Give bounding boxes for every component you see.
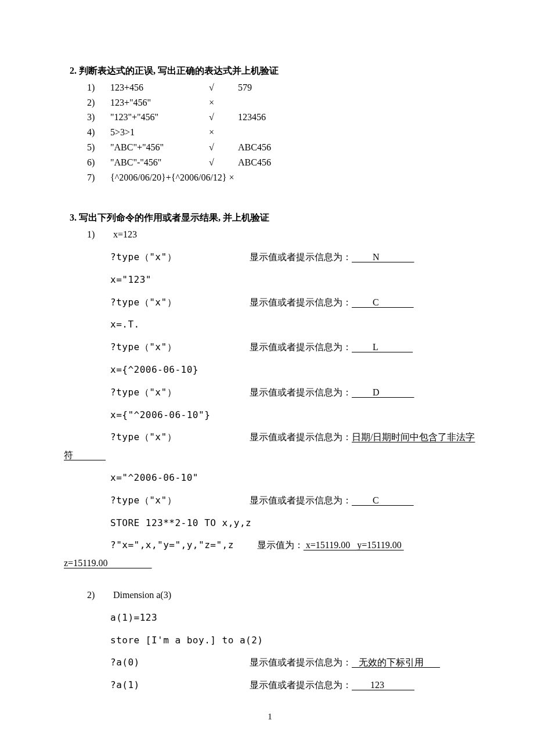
prompt-label: 显示值或者提示信息为： [250, 250, 352, 265]
command-line: STORE 123**2-10 TO x,y,z [110, 516, 470, 531]
code-text: store [I'm a boy.] to a(2) [110, 633, 263, 648]
answer-value: C [352, 494, 414, 508]
command-line: a(1)=123 [110, 611, 470, 625]
answer-continuation: z=15119.00 [64, 556, 470, 571]
code-text: x=123 [113, 228, 137, 242]
item-number: 1) [87, 81, 110, 95]
item-mark: × [209, 96, 238, 110]
item-result: ABC456 [238, 156, 470, 170]
prompt-label: 显示值或者提示信息为： [250, 386, 352, 400]
item-expression: "ABC"+"456" [110, 141, 209, 155]
answer-value: C [352, 296, 414, 310]
prompt-label: 显示值或者提示信息为： [250, 678, 352, 693]
item-expression: 123+456 [110, 81, 209, 95]
item-result: ABC456 [238, 141, 470, 155]
command-line: x={"^2006-06-10"} [110, 408, 470, 423]
answer-value: x=15119.00 y=15119.00 [304, 538, 404, 553]
answer-value: z=15119.00 [64, 556, 152, 571]
item-expression: {^2006/06/20}+{^2006/06/12} × [110, 171, 234, 185]
list-item: 2) 123+"456" × [87, 96, 470, 110]
command-line: x=.T. [110, 318, 470, 332]
list-item: 5) "ABC"+"456" √ ABC456 [87, 141, 470, 155]
code-text: ?type（"x"） [110, 340, 250, 355]
item-result [238, 125, 470, 140]
prompt-label: 显示值或者提示信息为： [250, 656, 352, 670]
command-line: x="123" [110, 273, 470, 287]
prompt-label: 显示值或者提示信息为： [250, 296, 352, 310]
command-block-1b: x="^2006-06-10" ?type（"x"） 显示值或者提示信息为： C… [110, 471, 470, 553]
command-line: ?type（"x"） 显示值或者提示信息为： D [110, 386, 470, 400]
item-result: 123456 [238, 110, 470, 125]
sub-item-number: 1) [87, 228, 113, 242]
item-expression: "ABC"-"456" [110, 156, 209, 170]
item-mark: √ [209, 81, 238, 95]
section-2-heading: 2. 判断表达式的正误, 写出正确的表达式并上机验证 [70, 64, 470, 78]
code-text: ?type（"x"） [110, 430, 250, 445]
command-line: ?"x=",x,"y=",y,"z=",z 显示值为： x=15119.00 y… [110, 538, 470, 553]
code-text: x=.T. [110, 318, 250, 332]
item-number: 3) [87, 110, 110, 125]
sub-item-number: 2) [87, 588, 113, 603]
command-line: ?type（"x"） 显示值或者提示信息为： C [110, 296, 470, 310]
code-text: Dimension a(3) [113, 588, 171, 603]
command-line: ?a(1) 显示值或者提示信息为： 123 [110, 678, 470, 693]
code-text: ?type（"x"） [110, 296, 250, 310]
answer-value: 无效的下标引用 [352, 656, 440, 670]
item-mark: √ [209, 141, 238, 155]
item-number: 4) [87, 125, 110, 140]
command-block-2: a(1)=123 store [I'm a boy.] to a(2) ?a(0… [110, 611, 470, 693]
command-block-1: ?type（"x"） 显示值或者提示信息为： N x="123" ?type（"… [110, 250, 470, 445]
code-text: ?type（"x"） [110, 494, 250, 508]
item-result: 579 [238, 81, 470, 95]
command-line: x="^2006-06-10" [110, 471, 470, 485]
item-number: 2) [87, 96, 110, 110]
command-line: ?a(0) 显示值或者提示信息为： 无效的下标引用 [110, 656, 470, 670]
code-text: ?a(0) [110, 656, 250, 670]
code-text: x={"^2006-06-10"} [110, 408, 250, 423]
answer-value: D [352, 386, 414, 400]
command-line: ?type（"x"） 显示值或者提示信息为： N [110, 250, 470, 265]
list-item: 4) 5>3>1 × [87, 125, 470, 140]
list-item: 1) 123+456 √ 579 [87, 81, 470, 95]
prompt-label: 显示值或者提示信息为： [250, 494, 352, 508]
code-text: ?type（"x"） [110, 250, 250, 265]
answer-value: 123 [352, 678, 414, 693]
code-text: STORE 123**2-10 TO x,y,z [110, 516, 251, 531]
prompt-label: 显示值或者提示信息为： [250, 430, 352, 445]
command-line: x={^2006-06-10} [110, 363, 470, 377]
code-text: ?"x=",x,"y=",y,"z=",z [110, 538, 257, 553]
item-mark: √ [209, 110, 238, 125]
code-text: ?type（"x"） [110, 386, 250, 400]
answer-value: N [352, 250, 414, 265]
item-result [238, 96, 470, 110]
item-expression: 123+"456" [110, 96, 209, 110]
section-3-heading: 3. 写出下列命令的作用或者显示结果, 并上机验证 [70, 211, 470, 225]
code-text: x={^2006-06-10} [110, 363, 250, 377]
list-item: 7) {^2006/06/20}+{^2006/06/12} × [87, 171, 470, 185]
answer-value: L [352, 340, 413, 355]
command-line: ?type（"x"） 显示值或者提示信息为： 日期/日期时间中包含了非法字 [110, 430, 470, 445]
command-line: ?type（"x"） 显示值或者提示信息为： C [110, 494, 470, 508]
page-number: 1 [70, 710, 470, 723]
command-line: store [I'm a boy.] to a(2) [110, 633, 470, 648]
code-text: x="^2006-06-10" [110, 471, 250, 485]
answer-continuation: 符 [64, 448, 470, 463]
code-text: x="123" [110, 273, 250, 287]
prompt-label: 显示值或者提示信息为： [250, 340, 352, 355]
item-number: 6) [87, 156, 110, 170]
item-number: 5) [87, 141, 110, 155]
section-2-list: 1) 123+456 √ 579 2) 123+"456" × 3) "123"… [87, 81, 470, 185]
answer-value: 日期/日期时间中包含了非法字 [352, 430, 475, 445]
answer-value: 符 [64, 448, 106, 463]
item-mark: × [209, 125, 238, 140]
item-expression: 5>3>1 [110, 125, 209, 140]
item-mark: √ [209, 156, 238, 170]
item-expression: "123"+"456" [110, 110, 209, 125]
list-item: 3) "123"+"456" √ 123456 [87, 110, 470, 125]
list-item: 6) "ABC"-"456" √ ABC456 [87, 156, 470, 170]
command-line: ?type（"x"） 显示值或者提示信息为： L [110, 340, 470, 355]
prompt-label: 显示值为： [257, 538, 304, 553]
code-text: a(1)=123 [110, 611, 157, 625]
item-number: 7) [87, 171, 110, 185]
code-text: ?a(1) [110, 678, 250, 693]
